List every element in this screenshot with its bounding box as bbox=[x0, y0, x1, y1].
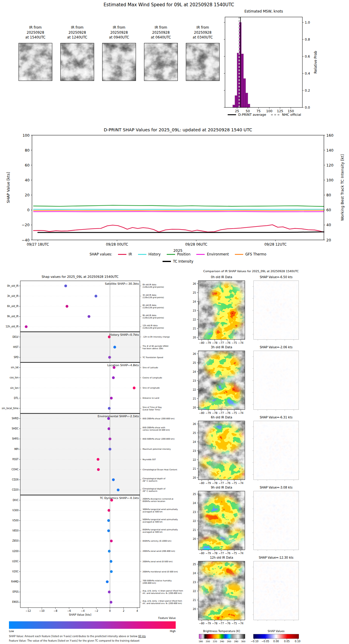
shap-dot-9h_old_IR bbox=[88, 315, 90, 318]
ir-thumb-label: IR from20250928at 1540UTC bbox=[16, 25, 55, 40]
svg-text:−10: −10 bbox=[39, 609, 45, 612]
svg-text:25: 25 bbox=[193, 432, 196, 435]
svg-text:100: 100 bbox=[22, 133, 30, 138]
svg-text:0.4: 0.4 bbox=[305, 72, 310, 76]
shap-dot-sin_local_time bbox=[108, 407, 111, 410]
svg-text:12h old IR Data: 12h old IR Data bbox=[210, 556, 233, 559]
svg-text:−77: −77 bbox=[218, 482, 224, 485]
svg-text:140: 140 bbox=[326, 148, 333, 152]
legend-nhc-official: NHC official bbox=[271, 113, 301, 117]
svg-text:20: 20 bbox=[193, 336, 196, 339]
shap-dot-CD20 bbox=[117, 489, 120, 491]
svg-text:20: 20 bbox=[193, 608, 196, 611]
legend-gfs-thermo: GFS Thermo bbox=[235, 252, 266, 256]
feature-value-colorbar bbox=[9, 621, 176, 629]
shap-dot-12h_old_IR bbox=[25, 325, 27, 328]
svg-text:−77: −77 bbox=[218, 412, 224, 415]
svg-text:DELV: DELV bbox=[13, 336, 19, 338]
ir-thumbnail bbox=[144, 43, 178, 81]
svg-text:Brightness Temperature [K]: Brightness Temperature [K] bbox=[203, 630, 240, 633]
svg-text:20: 20 bbox=[193, 476, 196, 479]
shap-dot-DTL bbox=[110, 397, 113, 399]
svg-text:0.10: 0.10 bbox=[295, 640, 301, 643]
svg-text:24: 24 bbox=[193, 572, 196, 575]
svg-text:23: 23 bbox=[193, 581, 196, 584]
svg-text:−75: −75 bbox=[232, 341, 237, 344]
svg-text:−77: −77 bbox=[218, 552, 224, 555]
svg-text:−12: −12 bbox=[25, 609, 31, 612]
svg-text:0: 0 bbox=[109, 609, 111, 612]
shap-timeseries-chart: 1001608014060120401002080060−2040−402009… bbox=[0, 125, 349, 269]
svg-text:300: 300 bbox=[241, 640, 246, 643]
svg-text:22: 22 bbox=[193, 458, 196, 461]
svg-text:SHAP Value=-6.50 kts: SHAP Value=-6.50 kts bbox=[260, 275, 293, 279]
svg-text:−80: −80 bbox=[199, 482, 204, 485]
svg-text:23: 23 bbox=[193, 309, 196, 312]
svg-text:100: 100 bbox=[326, 178, 333, 182]
svg-text:SHAP Value=-12.30 kts: SHAP Value=-12.30 kts bbox=[259, 556, 293, 559]
svg-text:4: 4 bbox=[136, 609, 138, 612]
series-position bbox=[33, 205, 324, 207]
svg-text:20: 20 bbox=[25, 193, 30, 197]
svg-text:−79: −79 bbox=[206, 622, 211, 625]
svg-text:09/28 12UTC: 09/28 12UTC bbox=[264, 242, 287, 246]
svg-text:V20C: V20C bbox=[12, 570, 19, 573]
shap-dot-SPD bbox=[108, 356, 111, 359]
svg-text:0h_old_IR: 0h_old_IR bbox=[7, 285, 19, 287]
svg-text:−80: −80 bbox=[199, 341, 204, 344]
feature-value-low-label: Low bbox=[9, 630, 14, 633]
svg-text:SPD: SPD bbox=[14, 356, 19, 359]
legend-line-sample bbox=[235, 254, 243, 255]
feature-value-colorbar-label: Feature Value bbox=[116, 617, 176, 620]
svg-text:0.8: 0.8 bbox=[305, 38, 310, 41]
svg-text:24: 24 bbox=[193, 300, 196, 303]
svg-text:V500: V500 bbox=[12, 519, 19, 522]
series-gfs-thermo bbox=[33, 210, 324, 211]
svg-text:−76: −76 bbox=[225, 622, 230, 625]
svg-text:280: 280 bbox=[234, 640, 238, 643]
svg-text:−77: −77 bbox=[218, 341, 224, 344]
footnote-feature-value: Feature Value: The value of the feature … bbox=[9, 639, 140, 642]
svg-text:Environmental SHAP=-2.1kts: Environmental SHAP=-2.1kts bbox=[98, 415, 139, 418]
brightness-temperature-colorbar: Brightness Temperature [K]18020022024026… bbox=[199, 630, 246, 643]
svg-text:−0.05: −0.05 bbox=[261, 640, 269, 643]
svg-text:6h_old_IR: 6h_old_IR bbox=[7, 305, 19, 308]
shap-dot-DELV bbox=[108, 335, 111, 338]
svg-text:25: 25 bbox=[193, 563, 196, 566]
svg-text:V300: V300 bbox=[12, 509, 19, 512]
dotplot-axis: −12−10−8−6−4−2024SHAP Value [kts] bbox=[25, 608, 138, 616]
shap-dot-CD26 bbox=[112, 478, 115, 481]
comparison-row-6h: 6h old IR DataSHAP Value=-6.31 kts262524… bbox=[193, 416, 299, 485]
footnote-text: SHAP Value: Amount each feature [listed … bbox=[9, 635, 138, 638]
legend-label: IR bbox=[128, 252, 132, 256]
svg-text:21: 21 bbox=[193, 327, 196, 330]
svg-text:0.00: 0.00 bbox=[273, 640, 279, 643]
svg-text:200: 200 bbox=[206, 640, 210, 643]
shap-dot-0h_old_IR bbox=[64, 284, 67, 287]
svg-text:25: 25 bbox=[193, 291, 196, 294]
legend-line-sample bbox=[163, 261, 171, 262]
svg-text:−74: −74 bbox=[238, 622, 244, 625]
svg-text:−74: −74 bbox=[238, 341, 244, 344]
svg-text:sin_local_time: sin_local_time bbox=[2, 407, 19, 410]
svg-text:−79: −79 bbox=[206, 412, 211, 415]
shap-dot-3h_old_IR bbox=[94, 295, 97, 298]
svg-text:6h old IR Data: 6h old IR Data bbox=[211, 416, 232, 419]
svg-text:MPI: MPI bbox=[14, 448, 19, 451]
svg-text:−75: −75 bbox=[232, 552, 237, 555]
shap-dot-V850 bbox=[107, 529, 110, 532]
svg-text:22: 22 bbox=[193, 388, 196, 391]
histogram-bars bbox=[233, 22, 250, 107]
series-history bbox=[33, 209, 324, 209]
svg-text:RSST: RSST bbox=[12, 458, 19, 461]
shap-dot-Z850 bbox=[110, 540, 113, 542]
svg-text:−75: −75 bbox=[232, 482, 237, 485]
svg-text:−0.10: −0.10 bbox=[251, 640, 258, 643]
svg-text:Relative Prob: Relative Prob bbox=[313, 51, 318, 74]
svg-text:21: 21 bbox=[193, 529, 196, 531]
ir-thumb-label: IR from20250928at 0940UTC bbox=[99, 25, 139, 40]
svg-text:−74: −74 bbox=[238, 482, 244, 485]
svg-text:SHAP Value=-3.08 kts: SHAP Value=-3.08 kts bbox=[260, 486, 293, 489]
series-ir bbox=[33, 225, 324, 232]
svg-text:9h old IR Data: 9h old IR Data bbox=[211, 486, 232, 489]
